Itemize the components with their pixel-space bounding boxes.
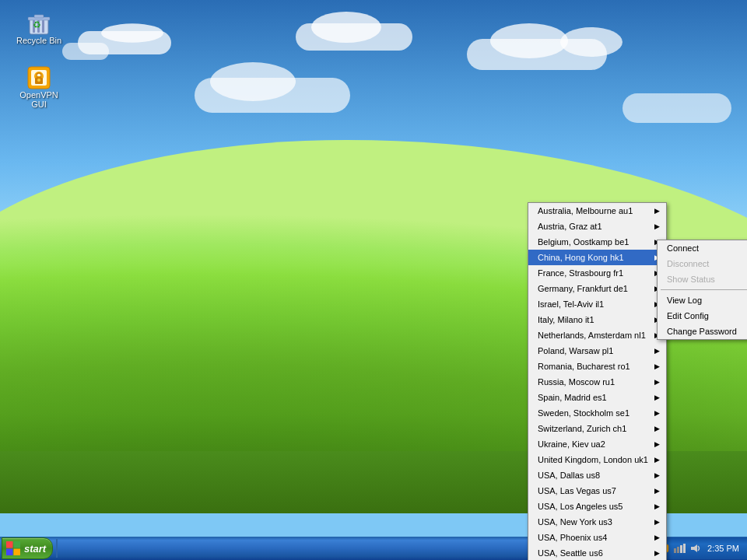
menu-item-uk[interactable]: United Kingdom, London uk1▶ [528,452,666,467]
menu-item-usa-ny[interactable]: USA, New York us3▶ [528,514,666,530]
menu-item-label: United Kingdom, London uk1 [538,455,648,464]
desktop: ♻ Recycle Bin OpenVPN GUI Australia, Mel… [0,0,747,560]
tray-icon-volume[interactable] [689,542,701,555]
sub-menu: ConnectDisconnectShow StatusView LogEdit… [657,240,747,340]
context-menu: Australia, Melbourne au1▶Austria, Graz a… [528,202,667,560]
menu-item-ukraine[interactable]: Ukraine, Kiev ua2▶ [528,436,666,452]
submenu-item-view-log[interactable]: View Log [658,292,747,308]
menu-item-label: USA, Phoenix us4 [538,533,607,542]
windows-logo [5,541,21,556]
openvpn-gui-icon[interactable]: OpenVPN GUI [8,62,70,112]
menu-item-netherlands[interactable]: Netherlands, Amsterdam nl1▶ [528,327,666,343]
svg-rect-14 [6,541,13,548]
menu-item-austria[interactable]: Austria, Graz at1▶ [528,219,666,234]
svg-rect-15 [14,541,21,548]
submenu-arrow-icon: ▶ [654,362,660,370]
recycle-bin-image: ♻ [26,11,51,36]
menu-item-poland[interactable]: Poland, Warsaw pl1▶ [528,343,666,359]
submenu-arrow-icon: ▶ [654,518,660,526]
submenu-arrow-icon: ▶ [654,502,660,510]
svg-rect-20 [674,548,676,553]
menu-item-belgium[interactable]: Belgium, Oostkamp be1▶ [528,234,666,250]
menu-item-label: Spain, Madrid es1 [538,393,607,402]
submenu-arrow-icon: ▶ [654,222,660,230]
submenu-item-connect[interactable]: Connect [658,240,747,256]
submenu-item-label: Show Status [667,275,715,284]
menu-item-usa-lasvegas[interactable]: USA, Las Vegas us7▶ [528,483,666,499]
submenu-item-label: Connect [667,243,699,253]
cloud [622,93,731,123]
menu-item-israel[interactable]: Israel, Tel-Aviv il1▶ [528,296,666,312]
menu-item-label: Germany, Frankfurt de1 [538,284,628,293]
cloud [210,62,296,101]
menu-item-label: Sweden, Stockholm se1 [538,408,630,418]
menu-item-label: USA, Las Vegas us7 [538,486,616,495]
svg-rect-3 [42,20,44,33]
menu-item-russia[interactable]: Russia, Moscow ru1▶ [528,374,666,390]
menu-item-label: Romania, Bucharest ro1 [538,362,630,371]
menu-item-sweden[interactable]: Sweden, Stockholm se1▶ [528,405,666,421]
submenu-arrow-icon: ▶ [654,207,660,215]
menu-item-usa-la[interactable]: USA, Los Angeles us5▶ [528,499,666,514]
submenu-item-label: Disconnect [667,259,709,268]
menu-item-label: Switzerland, Zurich ch1 [538,424,626,433]
menu-item-label: Israel, Tel-Aviv il1 [538,299,604,309]
menu-item-label: Belgium, Oostkamp be1 [538,237,629,247]
svg-rect-16 [6,549,13,556]
menu-item-switzerland[interactable]: Switzerland, Zurich ch1▶ [528,421,666,436]
submenu-item-show-status: Show Status [658,271,747,287]
menu-item-label: Netherlands, Amsterdam nl1 [538,331,646,340]
submenu-arrow-icon: ▶ [654,394,660,401]
volume-tray-icon [689,542,701,555]
menu-item-label: USA, New York us3 [538,517,612,527]
submenu-arrow-icon: ▶ [654,534,660,541]
menu-item-label: Italy, Milano it1 [538,315,594,324]
svg-text:♻: ♻ [33,19,41,30]
submenu-item-edit-config[interactable]: Edit Config [658,308,747,324]
tray-icon-network[interactable] [673,542,686,555]
submenu-item-label: Edit Config [667,311,709,320]
menu-item-label: China, Hong Kong hk1 [538,253,624,262]
svg-rect-23 [683,544,686,553]
menu-item-label: Poland, Warsaw pl1 [538,346,613,355]
submenu-item-label: View Log [667,296,702,305]
start-button[interactable]: start [2,537,53,559]
network-tray-icon [673,542,686,555]
clock: 2:35 PM [704,544,742,553]
submenu-arrow-icon: ▶ [654,471,660,479]
submenu-arrow-icon: ▶ [654,456,660,464]
submenu-item-change-password[interactable]: Change Password [658,324,747,339]
menu-item-romania[interactable]: Romania, Bucharest ro1▶ [528,359,666,374]
menu-item-germany[interactable]: Germany, Frankfurt de1▶ [528,281,666,296]
menu-item-label: Austria, Graz at1 [538,222,602,231]
menu-item-france[interactable]: France, Strasbourg fr1▶ [528,265,666,281]
cloud [101,23,163,43]
menu-item-usa-dallas[interactable]: USA, Dallas us8▶ [528,467,666,483]
submenu-item-disconnect: Disconnect [658,256,747,271]
menu-item-italy[interactable]: Italy, Milano it1▶ [528,312,666,327]
openvpn-image [26,65,51,90]
submenu-arrow-icon: ▶ [654,549,660,557]
menu-item-usa-phoenix[interactable]: USA, Phoenix us4▶ [528,530,666,545]
submenu-separator [661,289,747,290]
submenu-arrow-icon: ▶ [654,487,660,495]
svg-rect-21 [677,547,679,553]
svg-rect-17 [14,549,21,556]
recycle-bin-icon[interactable]: ♻ Recycle Bin [8,8,70,48]
svg-rect-5 [34,15,44,18]
submenu-arrow-icon: ▶ [654,425,660,432]
menu-item-label: Ukraine, Kiev ua2 [538,439,605,449]
submenu-item-label: Change Password [667,327,737,336]
svg-marker-24 [691,544,697,552]
menu-item-usa-seattle[interactable]: USA, Seattle us6▶ [528,545,666,560]
menu-item-label: Australia, Melbourne au1 [538,206,633,215]
svg-rect-22 [680,545,682,553]
menu-item-spain[interactable]: Spain, Madrid es1▶ [528,390,666,405]
menu-item-label: Russia, Moscow ru1 [538,377,615,387]
menu-item-australia[interactable]: Australia, Melbourne au1▶ [528,203,666,219]
cloud [560,27,622,57]
submenu-arrow-icon: ▶ [654,347,660,355]
menu-item-china[interactable]: China, Hong Kong hk1▶ [528,250,666,265]
menu-item-label: France, Strasbourg fr1 [538,268,623,278]
cloud [490,23,568,58]
